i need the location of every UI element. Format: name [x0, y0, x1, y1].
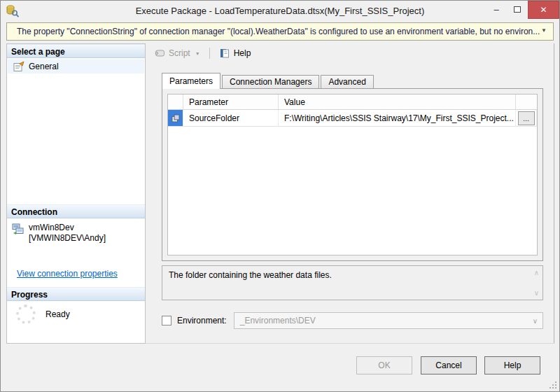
close-icon: ✕	[540, 5, 547, 15]
toolbar: Script ▼ Help	[146, 43, 554, 63]
select-caret-icon: ∨	[533, 317, 538, 325]
environment-label: Environment:	[177, 316, 227, 326]
minimize-icon: –	[493, 4, 498, 15]
grid-column-parameter: Parameter	[183, 94, 279, 109]
browse-button[interactable]: ...	[518, 111, 535, 125]
environment-row: Environment: _Environments\DEV ∨	[162, 312, 543, 329]
resize-grip[interactable]	[550, 382, 556, 388]
close-button[interactable]: ✕	[528, 1, 559, 19]
help-button[interactable]: Help	[484, 356, 540, 374]
help-toolbar-button[interactable]: Help	[216, 46, 254, 61]
maximize-button[interactable]	[507, 1, 528, 18]
grid-column-browse	[516, 94, 537, 109]
scroll-up-icon[interactable]: ∧	[534, 269, 539, 276]
server-login: [VMWIN8DEV\Andy]	[29, 233, 106, 244]
sidebar-item-general[interactable]: General	[8, 59, 144, 74]
maximize-icon	[514, 6, 521, 13]
select-a-page-header: Select a page	[7, 44, 145, 58]
script-caret-icon: ▼	[195, 51, 200, 56]
banner-dropdown-icon[interactable]: ▼	[541, 27, 547, 34]
table-row[interactable]: SourceFolder F:\Writing\Articles\SSIS St…	[168, 110, 537, 127]
browse-cell: ...	[516, 110, 537, 126]
parameter-description-text: The folder containing the weather data f…	[169, 270, 332, 280]
parameter-name-cell[interactable]: SourceFolder	[183, 110, 279, 126]
parameter-description-box: The folder containing the weather data f…	[162, 265, 543, 300]
script-button[interactable]: Script ▼	[151, 46, 203, 60]
toolbar-separator	[209, 48, 210, 59]
environment-value: _Environments\DEV	[240, 316, 316, 326]
progress-header: Progress	[7, 287, 145, 301]
ok-button[interactable]: OK	[356, 356, 412, 374]
progress-status-row: Ready	[8, 303, 144, 326]
connection-info: vmWin8Dev [VMWIN8DEV\Andy]	[8, 221, 144, 245]
warning-text: The property "ConnectionString" of conne…	[17, 27, 540, 36]
row-selector-cell[interactable]	[168, 110, 183, 126]
help-icon	[219, 48, 230, 59]
progress-status: Ready	[46, 309, 70, 319]
grid-column-value: Value	[279, 94, 516, 109]
environment-checkbox[interactable]	[162, 316, 172, 326]
environment-select[interactable]: _Environments\DEV ∨	[234, 312, 543, 329]
parameters-tabpanel: Parameter Value SourceFolder F:\Writing\…	[162, 88, 543, 261]
server-name: vmWin8Dev	[29, 223, 106, 233]
sidebar: Select a page General Connection vmWin8	[6, 43, 146, 344]
minimize-button[interactable]: –	[486, 1, 507, 18]
connection-header: Connection	[7, 204, 145, 218]
progress-spinner-icon	[16, 304, 36, 324]
window-title: Execute Package - LoadTemperatureData.dt…	[1, 6, 559, 16]
sidebar-item-label: General	[29, 62, 59, 71]
tab-connection-managers[interactable]: Connection Managers	[222, 75, 319, 89]
help-toolbar-label: Help	[234, 48, 251, 58]
scroll-down-icon[interactable]: ∨	[534, 289, 539, 297]
warning-banner[interactable]: The property "ConnectionString" of conne…	[6, 22, 554, 41]
parameter-icon	[171, 113, 181, 123]
tab-advanced[interactable]: Advanced	[321, 75, 373, 89]
script-icon	[154, 48, 165, 58]
general-page-icon	[13, 61, 24, 72]
server-icon	[12, 223, 24, 235]
grid-selector-column	[168, 94, 183, 109]
titlebar: Execute Package - LoadTemperatureData.dt…	[1, 1, 559, 22]
tab-parameters[interactable]: Parameters	[162, 73, 220, 89]
parameter-value-cell[interactable]: F:\Writing\Articles\SSIS Stairway\17\My_…	[279, 110, 516, 126]
tab-strip: Parameters Connection Managers Advanced	[162, 73, 375, 89]
execute-package-dialog: Execute Package - LoadTemperatureData.dt…	[0, 0, 560, 392]
grid-header: Parameter Value	[168, 94, 537, 110]
script-label: Script	[169, 48, 190, 58]
view-connection-properties-link[interactable]: View connection properties	[17, 269, 118, 279]
main-panel: Script ▼ Help Parameters Connection Mana…	[146, 43, 554, 344]
parameters-grid: Parameter Value SourceFolder F:\Writing\…	[167, 94, 538, 255]
description-scrollbar[interactable]: ∧ ∨	[534, 269, 539, 297]
cancel-button[interactable]: Cancel	[421, 356, 477, 374]
